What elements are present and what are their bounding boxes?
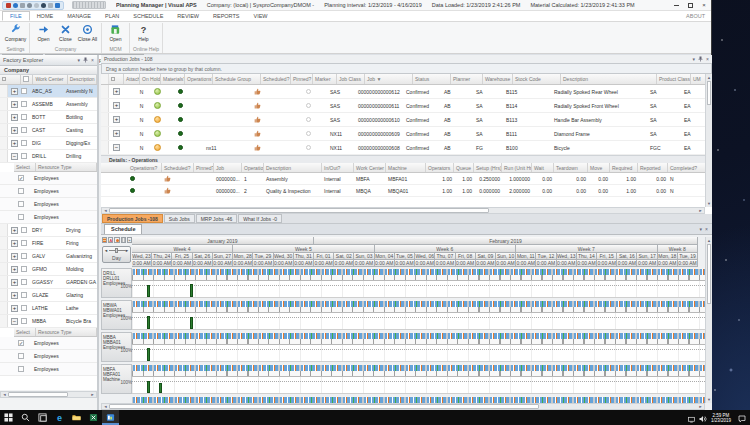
ribbon-button-close-all[interactable]: Close All (77, 23, 98, 42)
detail-column-header-completed[interactable]: Completed? (668, 163, 706, 172)
operation-row[interactable]: 0000000...2Quality & InspectionInternalM… (101, 185, 712, 197)
time-header-cell[interactable]: 0:00 AM (516, 260, 536, 267)
dropdown-icon[interactable]: ▾ (693, 56, 696, 63)
shift-calendar-strip[interactable] (132, 300, 705, 307)
expand-icon[interactable]: + (11, 292, 18, 299)
day-header-cell[interactable]: Fri, 08 (456, 253, 476, 260)
grid-icon[interactable] (121, 237, 126, 243)
work-center-row[interactable]: +DIGDigging/Ex (0, 137, 97, 150)
work-center-row[interactable]: −MBBABicycle Bra (0, 315, 97, 328)
day-header-cell[interactable]: Sun, 03 (354, 253, 374, 260)
detail-column-header-operation[interactable]: Operation (242, 163, 264, 172)
resource-row[interactable]: Employees (0, 350, 97, 363)
work-center-row[interactable]: +GGASSYGARDEN GA (0, 276, 97, 289)
time-header-cell[interactable]: 0:00 AM (233, 260, 253, 267)
start-icon[interactable] (0, 410, 17, 425)
save-icon[interactable] (6, 3, 11, 8)
jobs-tab-what-if-jobs-0[interactable]: What If Jobs -0 (238, 214, 282, 223)
action-center-icon[interactable] (738, 409, 746, 425)
day-header-cell[interactable]: Fri, 01 (314, 253, 334, 260)
time-header-cell[interactable]: 0:00 AM (354, 260, 374, 267)
column-header-operations[interactable]: Operations? (185, 74, 213, 84)
expand-icon[interactable]: + (11, 127, 18, 134)
day-header-cell[interactable]: Sun, 10 (496, 253, 516, 260)
jobs-tab-sub-jobs[interactable]: Sub Jobs (164, 214, 195, 223)
day-header-cell[interactable]: Wed, 06 (415, 253, 435, 260)
day-header-cell[interactable]: Sat, 09 (476, 253, 496, 260)
resource-column-header[interactable]: Resource Type (36, 328, 97, 336)
resource-select-checkbox[interactable]: ✓ (18, 340, 24, 346)
time-header-cell[interactable]: 0:00 AM (456, 260, 476, 267)
column-header-materials[interactable]: Materials? (161, 74, 185, 84)
resource-row[interactable]: Employees (0, 185, 97, 198)
menu-tab-manage[interactable]: MANAGE (60, 11, 98, 21)
menu-tab-review[interactable]: REVIEW (170, 11, 206, 21)
undo-icon[interactable] (20, 3, 25, 8)
day-header-cell[interactable]: Mon, 04 (375, 253, 395, 260)
job-row[interactable]: −Nnx11NX11000000000000608ConfirmedABFGB1… (101, 141, 712, 155)
column-header-status[interactable]: Status (413, 74, 451, 84)
search-icon[interactable] (17, 410, 34, 425)
load-bar[interactable] (147, 381, 150, 393)
detail-column-header-required[interactable]: Required (610, 163, 638, 172)
day-header-cell[interactable]: Sat, 02 (334, 253, 354, 260)
green-app-icon[interactable] (85, 410, 102, 425)
column-header-planner[interactable]: Planner (451, 74, 483, 84)
day-header-cell[interactable]: Thu, 14 (577, 253, 597, 260)
load-bar[interactable] (147, 316, 150, 329)
utilization-lane[interactable] (132, 313, 705, 330)
expand-all-header[interactable] (109, 74, 124, 84)
day-header-cell[interactable]: Tue, 12 (536, 253, 556, 260)
utilization-lane[interactable] (132, 345, 705, 362)
expand-icon[interactable]: + (113, 88, 120, 95)
task-view-icon[interactable] (34, 410, 51, 425)
time-header-cell[interactable]: 0:00 AM (617, 260, 637, 267)
scroll-left-icon[interactable]: ◄ (102, 404, 109, 409)
detail-column-header-scheduled[interactable]: Scheduled? (162, 163, 194, 172)
work-center-checkbox[interactable] (21, 140, 27, 146)
detail-column-header-teardown[interactable]: Teardown (554, 163, 588, 172)
day-header-cell[interactable]: Mon, 11 (516, 253, 536, 260)
work-center-row[interactable]: +DRYDrying (0, 224, 97, 237)
detail-column-header-setuphrs[interactable]: Setup (Hrs) (474, 163, 502, 172)
scroll-up-icon[interactable]: ▲ (706, 74, 712, 81)
work-center-row[interactable]: +ASSEMBAssembly (0, 98, 97, 111)
work-center-row[interactable]: +CASTCasting (0, 124, 97, 137)
collapse-icon[interactable]: − (11, 318, 18, 325)
time-header-cell[interactable]: 0:00 AM (375, 260, 395, 267)
scroll-right-icon[interactable]: ► (89, 392, 96, 397)
column-header-warehouse[interactable]: Warehouse (483, 74, 513, 84)
ribbon-button-open[interactable]: Open (33, 23, 54, 42)
shift-calendar-strip[interactable] (132, 396, 705, 403)
month-header-cell[interactable]: January 2019 (132, 237, 314, 245)
pin-icon[interactable] (83, 57, 88, 64)
time-header-cell[interactable]: 0:00 AM (678, 260, 698, 267)
day-header-cell[interactable]: Thu, 31 (294, 253, 314, 260)
day-header-cell[interactable]: Tue, 19 (678, 253, 698, 260)
day-header-cell[interactable]: Wed, 23 (132, 253, 152, 260)
detail-column-header-queue[interactable]: Queue (454, 163, 474, 172)
menu-tab-schedule[interactable]: SCHEDULE (126, 11, 170, 21)
resource-select-checkbox[interactable] (18, 201, 24, 207)
menu-tab-reports[interactable]: REPORTS (206, 11, 247, 21)
day-header-cell[interactable]: Thu, 07 (435, 253, 455, 260)
time-header-cell[interactable]: 0:00 AM (172, 260, 192, 267)
menu-tab-plan[interactable]: PLAN (98, 11, 126, 21)
resource-select-checkbox[interactable]: ✓ (18, 175, 24, 181)
work-center-checkbox[interactable] (21, 292, 27, 298)
expand-icon[interactable]: + (11, 240, 18, 247)
close-icon[interactable]: × (706, 56, 709, 63)
column-header-marker[interactable]: Marker (313, 74, 337, 84)
time-header-cell[interactable]: 0:00 AM (334, 260, 354, 267)
column-header-description[interactable]: Description (561, 74, 657, 84)
dropdown-icon[interactable]: ▾ (78, 57, 81, 64)
factory-explorer-hscrollbar[interactable]: ◄ ► (0, 391, 97, 398)
operation-row[interactable]: 0000000...1AssemblyInternalMBFAMBFA011.0… (101, 173, 712, 185)
close-icon[interactable]: × (705, 226, 708, 232)
day-header-cell[interactable]: Tue, 05 (395, 253, 415, 260)
time-header-cell[interactable]: 0:00 AM (496, 260, 516, 267)
load-bar[interactable] (190, 317, 193, 329)
time-header-cell[interactable]: 0:00 AM (415, 260, 435, 267)
column-header-productclass[interactable]: Product Class (657, 74, 691, 84)
expand-icon[interactable]: + (113, 130, 120, 137)
